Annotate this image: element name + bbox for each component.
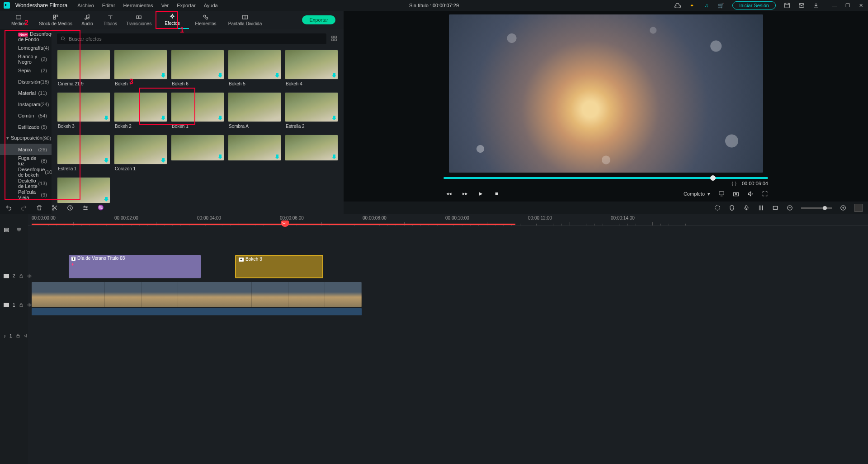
menu-item[interactable]: Editar xyxy=(102,3,115,8)
effect-thumb[interactable] xyxy=(57,92,110,122)
sidebar-item[interactable]: Destello de Lente(13) xyxy=(0,178,52,189)
audio-wave-icon[interactable]: ♒ xyxy=(98,205,104,211)
lock-icon[interactable] xyxy=(19,303,24,307)
loop-bracket-icon[interactable]: { } xyxy=(731,181,736,186)
voiceover-icon[interactable] xyxy=(743,205,750,211)
effect-item[interactable]: Bokeh 2 xyxy=(114,92,167,134)
tab-transitions[interactable]: Transiciones xyxy=(122,11,156,29)
effect-thumb[interactable] xyxy=(228,50,281,80)
sidebar-item[interactable]: Instagram(24) xyxy=(0,98,52,110)
stop-icon[interactable]: ■ xyxy=(495,191,501,197)
fullscreen-icon[interactable] xyxy=(762,191,768,197)
prev-frame-icon[interactable]: ◂◂ xyxy=(446,191,453,197)
save-icon[interactable] xyxy=(784,2,790,9)
menu-item[interactable]: Herramientas xyxy=(123,3,153,8)
mixer-icon[interactable] xyxy=(758,205,764,211)
quality-dropdown[interactable]: Completo▾ xyxy=(684,191,710,197)
sidebar-item[interactable]: Marco(26) xyxy=(0,144,52,155)
effect-item[interactable] xyxy=(171,135,224,162)
effect-thumb[interactable] xyxy=(285,50,338,80)
zoom-in-icon[interactable] xyxy=(840,205,846,211)
clip-title[interactable]: TDía de Verano Título 03 ♦ xyxy=(69,255,201,278)
sidebar-item[interactable]: Lomografía(4) xyxy=(0,42,52,53)
minimize-icon[interactable]: — xyxy=(832,3,837,8)
effect-thumb[interactable] xyxy=(228,135,281,161)
menu-item[interactable]: Ver xyxy=(161,3,169,8)
effect-thumb[interactable] xyxy=(285,92,338,122)
redo-icon[interactable] xyxy=(21,205,27,211)
magnet-icon[interactable] xyxy=(16,227,23,234)
lock-icon[interactable] xyxy=(16,333,20,338)
effect-item[interactable]: Bokeh 3 xyxy=(57,92,110,134)
search-input-container[interactable] xyxy=(57,33,326,44)
volume-icon[interactable] xyxy=(747,191,754,197)
play-icon[interactable]: ▶ xyxy=(479,191,485,197)
effect-item[interactable]: Cinema 21:9 xyxy=(57,50,110,91)
login-button[interactable]: Iniciar Sesión xyxy=(732,1,776,9)
clip-effect[interactable]: ✦Bokeh 3 xyxy=(235,255,323,278)
effect-item[interactable]: Bokeh 5 xyxy=(228,50,281,91)
effect-item[interactable]: Estrella 1 xyxy=(57,135,110,176)
sidebar-item[interactable]: Película Vieja(9) xyxy=(0,189,52,200)
effect-thumb[interactable] xyxy=(171,92,224,122)
menu-item[interactable]: Exportar xyxy=(177,3,196,8)
effect-thumb[interactable] xyxy=(57,177,110,203)
effect-thumb[interactable] xyxy=(285,135,338,161)
adjust-icon[interactable] xyxy=(82,205,89,211)
tab-split-screen[interactable]: Pantalla Dividida xyxy=(222,11,268,29)
effect-item[interactable]: Bokeh 4 xyxy=(285,50,338,91)
render-icon[interactable] xyxy=(714,205,721,211)
split-icon[interactable] xyxy=(52,205,58,211)
sidebar-item[interactable]: Sepia(2) xyxy=(0,65,52,76)
effect-item[interactable]: Bokeh 6 xyxy=(171,50,224,91)
effect-thumb[interactable] xyxy=(114,92,167,122)
preview-viewport[interactable] xyxy=(449,14,763,173)
playhead[interactable]: ✂ xyxy=(285,214,285,464)
cloud-icon[interactable] xyxy=(675,2,681,9)
tab-titles[interactable]: Títulos xyxy=(99,11,122,29)
clip-audio[interactable] xyxy=(32,308,362,315)
cart-icon[interactable]: 🛒 xyxy=(718,2,724,9)
effect-thumb[interactable] xyxy=(171,135,224,161)
effect-item[interactable]: Estrella 2 xyxy=(285,92,338,134)
marker-icon[interactable] xyxy=(729,205,735,211)
effect-thumb[interactable] xyxy=(114,50,167,80)
monitor-icon[interactable] xyxy=(718,191,725,197)
effect-item[interactable] xyxy=(228,135,281,162)
tab-stock[interactable]: Stock de Medios xyxy=(35,11,76,29)
effect-thumb[interactable] xyxy=(57,135,110,164)
effect-item[interactable]: Bokeh 1 xyxy=(171,92,224,134)
sidebar-item[interactable]: Distorsión(18) xyxy=(0,76,52,87)
preview-scrubber[interactable] xyxy=(443,177,768,179)
effect-item[interactable] xyxy=(57,177,110,204)
clip-video[interactable]: ▸ sunset 2 xyxy=(32,282,362,307)
sidebar-item[interactable]: Estilizado(5) xyxy=(0,121,52,132)
sidebar-item[interactable]: Común(54) xyxy=(0,110,52,121)
tab-effects[interactable]: Efectos xyxy=(156,11,189,29)
export-button[interactable]: Exportar xyxy=(302,15,335,24)
sidebar-item[interactable]: Blanco y Negro(2) xyxy=(0,53,52,65)
snapshot-icon[interactable] xyxy=(733,191,739,197)
headphones-icon[interactable]: ♫ xyxy=(703,2,710,9)
delete-icon[interactable] xyxy=(36,205,42,211)
effect-item[interactable]: Corazón 1 xyxy=(114,135,167,176)
effect-thumb[interactable] xyxy=(57,50,110,80)
menu-item[interactable]: Ayuda xyxy=(204,3,218,8)
speed-icon[interactable] xyxy=(67,205,73,211)
effect-item[interactable]: Sombra A xyxy=(228,92,281,134)
search-input[interactable] xyxy=(69,36,323,42)
close-icon[interactable]: ✕ xyxy=(859,3,864,8)
tab-media[interactable]: Medios xyxy=(2,11,35,29)
sidebar-item[interactable]: NewDesenfoque de Fondo(16) xyxy=(0,31,52,42)
mail-icon[interactable] xyxy=(798,2,805,9)
sidebar-item[interactable]: Fuga de luz(8) xyxy=(0,155,52,166)
grid-toggle-icon[interactable] xyxy=(331,35,338,42)
zoom-fit-icon[interactable] xyxy=(854,204,863,212)
menu-item[interactable]: Archivo xyxy=(77,3,94,8)
effect-thumb[interactable] xyxy=(114,135,167,164)
effect-item[interactable]: Bokeh 7 xyxy=(114,50,167,91)
next-frame-icon[interactable]: ▸▸ xyxy=(462,191,469,197)
undo-icon[interactable] xyxy=(5,205,12,211)
tab-audio[interactable]: Audio xyxy=(76,11,99,29)
track-manager-icon[interactable] xyxy=(4,227,10,234)
